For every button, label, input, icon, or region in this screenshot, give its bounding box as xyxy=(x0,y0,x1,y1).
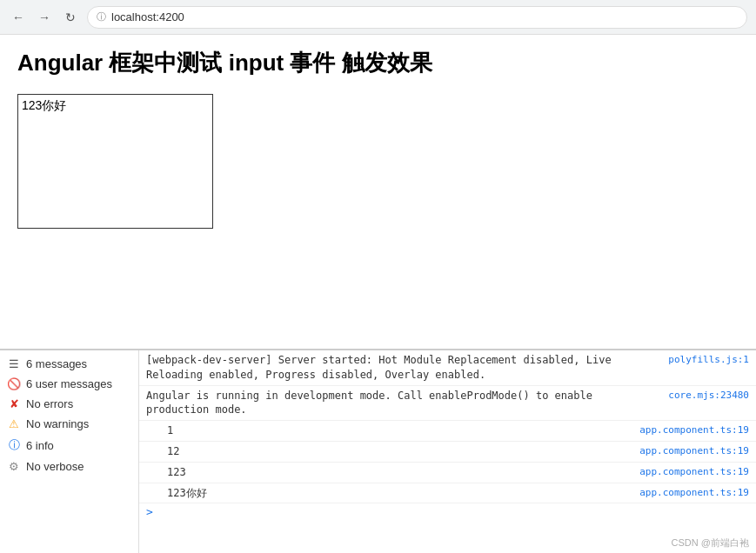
log-source-123[interactable]: app.component.ts:19 xyxy=(639,465,749,477)
sidebar-item-warnings[interactable]: ⚠ No warnings xyxy=(0,414,138,434)
log-msg-1: 1 xyxy=(167,423,632,438)
sidebar-label-errors: No errors xyxy=(26,397,73,410)
scroll-arrow[interactable]: > xyxy=(139,503,756,520)
address-bar[interactable]: ⓘ localhost:4200 xyxy=(87,6,747,29)
sidebar-label-user-messages: 6 user messages xyxy=(26,377,112,390)
log-entry-angular-mode: Angular is running in development mode. … xyxy=(139,386,756,422)
forward-button[interactable]: → xyxy=(35,8,54,27)
log-source-12[interactable]: app.component.ts:19 xyxy=(639,444,749,456)
input-textarea[interactable]: 123你好 xyxy=(17,94,213,229)
info-icon: ⓘ xyxy=(7,437,21,453)
reload-button[interactable]: ↻ xyxy=(61,8,80,27)
browser-toolbar: ← → ↻ ⓘ localhost:4200 xyxy=(0,0,756,35)
error-icon: ✘ xyxy=(7,397,21,410)
url-text: localhost:4200 xyxy=(111,10,184,23)
sidebar-item-info[interactable]: ⓘ 6 info xyxy=(0,434,138,456)
devtools-sidebar: ☰ 6 messages 🚫 6 user messages ✘ No erro… xyxy=(0,350,139,553)
lock-icon: ⓘ xyxy=(97,10,106,23)
verbose-icon: ⚙ xyxy=(7,460,21,473)
log-source-1[interactable]: app.component.ts:19 xyxy=(639,423,749,436)
devtools-log-panel: [webpack-dev-server] Server started: Hot… xyxy=(139,350,756,553)
log-source-webpack[interactable]: polyfills.js:1 xyxy=(668,353,749,365)
log-msg-12: 12 xyxy=(167,444,632,459)
devtools-panel: ☰ 6 messages 🚫 6 user messages ✘ No erro… xyxy=(0,349,756,553)
back-button[interactable]: ← xyxy=(9,8,28,27)
page-content: Angular 框架中测试 input 事件 触发效果 123你好 xyxy=(0,35,756,245)
log-msg-webpack: [webpack-dev-server] Server started: Hot… xyxy=(146,353,661,383)
sidebar-label-verbose: No verbose xyxy=(26,460,84,473)
log-source-123-chinese[interactable]: app.component.ts:19 xyxy=(639,486,749,498)
log-entry-1: 1 app.component.ts:19 xyxy=(139,421,756,442)
log-msg-123: 123 xyxy=(167,465,632,480)
sidebar-item-messages[interactable]: ☰ 6 messages xyxy=(0,354,138,374)
log-entry-webpack: [webpack-dev-server] Server started: Hot… xyxy=(139,350,756,386)
user-messages-icon: 🚫 xyxy=(7,377,21,390)
list-icon: ☰ xyxy=(7,357,21,370)
log-msg-123-chinese: 123你好 xyxy=(167,486,632,501)
sidebar-item-errors[interactable]: ✘ No errors xyxy=(0,394,138,414)
log-entry-123-chinese: 123你好 app.component.ts:19 xyxy=(139,483,756,504)
sidebar-label-messages: 6 messages xyxy=(26,357,87,370)
log-num-123 xyxy=(146,465,160,466)
sidebar-item-verbose[interactable]: ⚙ No verbose xyxy=(0,456,138,476)
log-num-12 xyxy=(146,444,160,445)
log-msg-angular-mode: Angular is running in development mode. … xyxy=(146,389,661,418)
sidebar-label-info: 6 info xyxy=(26,439,54,452)
sidebar-item-user-messages[interactable]: 🚫 6 user messages xyxy=(0,374,138,394)
log-source-angular-mode[interactable]: core.mjs:23480 xyxy=(668,389,749,401)
log-num-123-chinese xyxy=(146,486,160,487)
log-entry-12: 12 app.component.ts:19 xyxy=(139,442,756,463)
warning-icon: ⚠ xyxy=(7,417,21,430)
watermark: CSDN @前端白袍 xyxy=(672,536,749,550)
log-num-1 xyxy=(146,423,160,424)
log-entry-123: 123 app.component.ts:19 xyxy=(139,463,756,483)
page-title: Angular 框架中测试 input 事件 触发效果 xyxy=(17,48,739,78)
sidebar-label-warnings: No warnings xyxy=(26,417,89,430)
